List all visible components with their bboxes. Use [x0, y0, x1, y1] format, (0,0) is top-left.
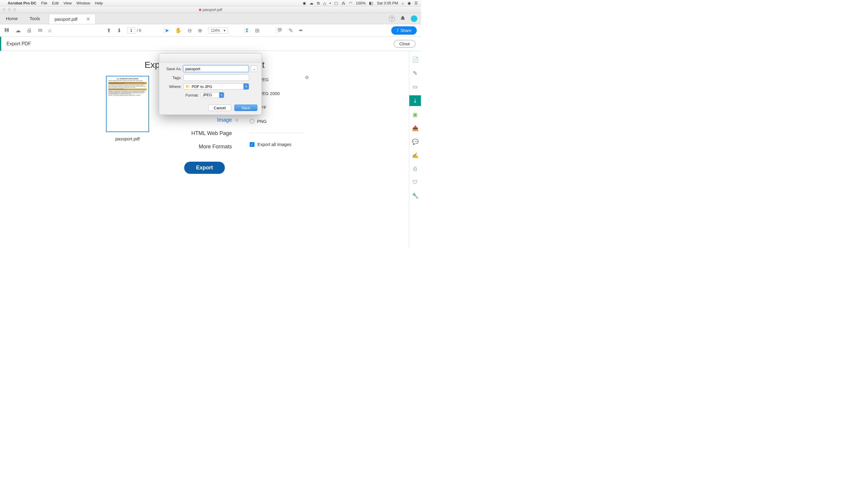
option-png[interactable]: PNG	[250, 119, 303, 124]
toolbar: 💾︎ ☁ 🖨︎ ✉ ⌕ ⬆ ⬇ / 6 ➤ ✋ ⊖ ⊕ 124% ▾ ⇕ ⊞ 💬…	[0, 24, 421, 37]
search-icon[interactable]: ⌕	[48, 27, 52, 34]
bluetooth-icon[interactable]: ⁂	[341, 1, 345, 5]
page-input[interactable]	[127, 28, 135, 34]
window-titlebar: ▣ passport.pdf	[0, 6, 421, 13]
export-all-label: Export all images	[257, 142, 291, 147]
gear-icon[interactable]: ⚙	[305, 75, 309, 80]
cc-icon[interactable]: ☁	[309, 1, 313, 5]
expand-button[interactable]: ⌄	[251, 66, 257, 72]
fill-sign-icon[interactable]: ✍	[412, 152, 419, 159]
cancel-button[interactable]: Cancel	[208, 105, 231, 111]
format-html[interactable]: HTML Web Page	[167, 130, 232, 137]
format-label: Format:	[163, 93, 199, 97]
tab-document[interactable]: passport.pdf ✕	[49, 14, 96, 24]
export-pdf-title: Export PDF	[6, 41, 31, 47]
avatar[interactable]	[411, 15, 417, 22]
airplay-icon[interactable]: ▢	[334, 1, 338, 5]
hand-icon[interactable]: ✋	[175, 27, 181, 34]
menu-file[interactable]: File	[41, 1, 48, 5]
bell-icon[interactable]: 🔔︎	[400, 15, 406, 22]
share-icon: ⤴	[396, 28, 399, 33]
export-pdf-header: Export PDF Close	[0, 37, 421, 51]
page-up-icon[interactable]: ⬆	[107, 27, 111, 34]
where-select[interactable]: 📁 PDF to JPG ⇅	[183, 83, 249, 90]
battery-icon[interactable]: ▮▯	[369, 1, 373, 5]
protect-icon[interactable]: 🛡	[413, 179, 418, 185]
save-icon[interactable]: 💾︎	[4, 27, 10, 34]
menu-edit[interactable]: Edit	[52, 1, 59, 5]
export-all-checkbox[interactable]: ✓ Export all images	[250, 142, 303, 147]
share-label: Share	[401, 28, 411, 33]
print-icon[interactable]: 🖨︎	[26, 27, 32, 34]
status-icon[interactable]: ◉	[303, 1, 306, 5]
sign-icon[interactable]: ✒	[299, 27, 303, 34]
save-dialog: Save As: ⌄ Tags: Where: 📁 PDF to JPG ⇅ F…	[159, 53, 262, 115]
zoom-in-icon[interactable]: ⊕	[198, 27, 202, 34]
more-tools-icon[interactable]: 🔧	[412, 193, 419, 199]
organize-icon[interactable]: ▣	[413, 111, 417, 118]
traffic-lights[interactable]	[2, 8, 16, 11]
wifi-icon[interactable]: ◠	[349, 1, 352, 5]
menu-window[interactable]: Window	[76, 1, 90, 5]
fit-width-icon[interactable]: ⇕	[245, 27, 249, 34]
document-thumbnail[interactable]: U.S. PASSPORT APPLICATION PLEASE DETACH …	[106, 76, 149, 132]
create-pdf-icon[interactable]: 📄	[412, 56, 419, 63]
edit-pdf-icon[interactable]: ✎	[413, 70, 417, 76]
format-select[interactable]: JPEG ⇅	[200, 92, 224, 98]
pointer-icon[interactable]: ➤	[165, 27, 169, 34]
combine-icon[interactable]: ▭	[413, 84, 417, 90]
app-icon[interactable]: ▪	[330, 1, 331, 5]
fit-page-icon[interactable]: ⊞	[255, 27, 260, 34]
tags-label: Tags:	[163, 75, 181, 80]
close-button[interactable]: Close	[394, 40, 415, 48]
tab-close-icon[interactable]: ✕	[86, 16, 90, 22]
zoom-select[interactable]: 124% ▾	[208, 28, 228, 34]
format-more[interactable]: More Formats	[167, 144, 232, 150]
window-title: passport.pdf	[202, 8, 222, 12]
send-icon[interactable]: 📤	[412, 125, 419, 131]
tab-tools[interactable]: Tools	[24, 13, 46, 24]
highlight-icon[interactable]: ✎	[288, 27, 293, 34]
save-button[interactable]: Save	[234, 105, 257, 111]
format-value: JPEG	[202, 93, 212, 97]
mail-icon[interactable]: ✉	[38, 27, 42, 34]
page-down-icon[interactable]: ⬇	[117, 27, 121, 34]
export-pdf-icon[interactable]: ⤓	[409, 95, 421, 106]
dialog-header	[159, 54, 262, 62]
clock[interactable]: Sat 3:05 PM	[377, 1, 398, 5]
menu-help[interactable]: Help	[95, 1, 103, 5]
select-arrows-icon: ⇅	[244, 84, 249, 89]
spotlight-icon[interactable]: ⌕	[402, 1, 404, 5]
saveas-input[interactable]	[183, 66, 249, 72]
dropbox-icon[interactable]: ⧉	[317, 1, 320, 6]
app-name[interactable]: Acrobat Pro DC	[8, 1, 36, 5]
dropdown-icon: ▾	[224, 29, 225, 33]
siri-icon[interactable]: ◉	[408, 1, 411, 5]
tags-input[interactable]	[183, 74, 249, 81]
tool-rail: 📄 ✎ ▭ ⤓ ▣ 📤 💬 ✍ ⎙ 🛡 🔧	[409, 51, 421, 249]
format-image[interactable]: Image	[167, 117, 232, 123]
menu-view[interactable]: View	[64, 1, 72, 5]
where-value: PDF to JPG	[192, 84, 212, 89]
tab-home[interactable]: Home	[0, 13, 24, 24]
select-arrows-icon: ⇅	[219, 92, 224, 98]
radio-png[interactable]	[250, 119, 254, 124]
comment-tool-icon[interactable]: 💬	[412, 139, 419, 145]
help-icon[interactable]: ?	[389, 16, 395, 22]
mac-menubar: Acrobat Pro DC File Edit View Window Hel…	[0, 0, 421, 6]
tab-bar: Home Tools passport.pdf ✕ ? 🔔︎	[0, 13, 421, 24]
saveas-label: Save As:	[163, 67, 181, 71]
folder-icon: 📁	[185, 84, 190, 89]
scan-icon[interactable]: ⎙	[413, 166, 417, 172]
share-button[interactable]: ⤴ Share	[391, 26, 417, 35]
drive-icon[interactable]: △	[323, 1, 326, 5]
cloud-icon[interactable]: ☁	[15, 27, 21, 34]
notifications-icon[interactable]: ☰	[414, 1, 418, 5]
export-button[interactable]: Export	[184, 162, 225, 174]
zoom-out-icon[interactable]: ⊖	[188, 27, 192, 34]
battery-label[interactable]: 100%	[356, 1, 366, 5]
tab-document-label: passport.pdf	[54, 17, 77, 22]
thumbnail-filename: passport.pdf	[115, 136, 140, 141]
zoom-value: 124%	[211, 29, 220, 33]
comment-icon[interactable]: 💬︎	[277, 27, 283, 34]
